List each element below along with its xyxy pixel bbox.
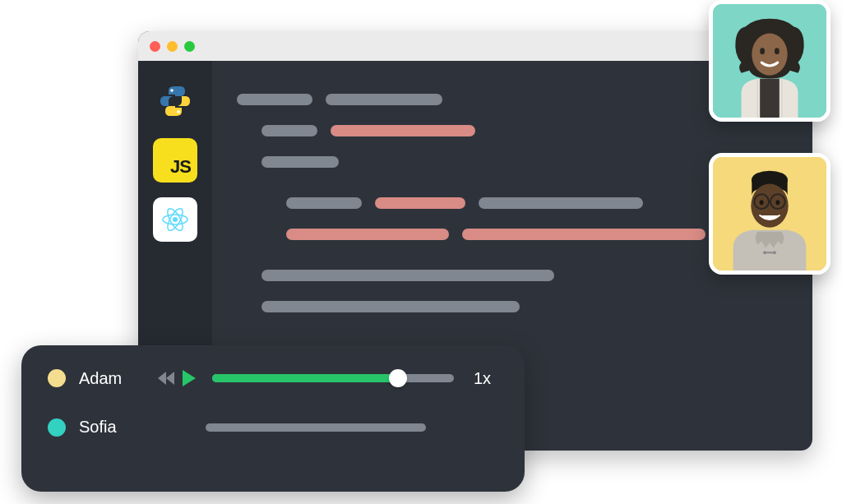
code-line: [237, 270, 788, 281]
avatar-illustration: [713, 4, 826, 118]
code-line: [237, 301, 788, 312]
playback-controls: 1x: [156, 368, 498, 388]
code-token: [261, 270, 554, 281]
svg-rect-10: [760, 79, 780, 118]
svg-point-7: [752, 33, 787, 75]
user-name-label: Sofia: [79, 418, 143, 437]
user-name-label: Adam: [79, 369, 143, 388]
react-icon[interactable]: [153, 197, 197, 242]
code-line: [237, 156, 788, 168]
code-token: [331, 125, 475, 136]
code-token: [261, 301, 520, 312]
svg-point-0: [170, 89, 173, 92]
minimize-button[interactable]: [167, 41, 178, 52]
code-token: [375, 197, 465, 209]
code-line: [237, 197, 788, 209]
progress-slider[interactable]: [212, 374, 454, 382]
user-color-dot: [48, 369, 66, 387]
play-button[interactable]: [181, 368, 197, 388]
code-token: [286, 197, 362, 209]
participant-video-2[interactable]: [709, 153, 830, 275]
code-token: [479, 197, 643, 209]
close-button[interactable]: [150, 41, 160, 52]
code-token: [326, 94, 442, 105]
code-line: [237, 125, 788, 136]
progress-fill: [212, 374, 398, 382]
code-line: [237, 94, 788, 105]
svg-point-16: [760, 200, 764, 205]
svg-point-18: [763, 251, 766, 254]
user-color-dot: [48, 418, 66, 437]
progress-thumb[interactable]: [389, 369, 407, 387]
participant-video-1[interactable]: [709, 0, 830, 122]
svg-point-1: [177, 110, 180, 113]
code-token: [261, 156, 339, 168]
speed-label[interactable]: 1x: [474, 369, 498, 388]
svg-point-17: [775, 200, 780, 205]
rewind-button[interactable]: [156, 370, 176, 386]
track-row: Sofia: [48, 418, 498, 437]
svg-point-12: [751, 184, 788, 228]
svg-point-19: [773, 251, 776, 254]
track-row: Adam 1x: [48, 368, 498, 388]
code-token: [286, 229, 449, 240]
svg-point-2: [173, 217, 178, 222]
svg-point-8: [760, 48, 765, 54]
avatar-illustration: [713, 157, 826, 270]
svg-point-9: [775, 48, 780, 54]
js-label: JS: [170, 156, 191, 178]
inactive-track-bar[interactable]: [206, 423, 426, 432]
code-token: [237, 94, 312, 105]
python-icon[interactable]: [153, 79, 197, 123]
playback-panel: Adam 1x Sofia: [21, 345, 525, 492]
code-token: [462, 229, 706, 240]
javascript-icon[interactable]: JS: [153, 138, 197, 183]
code-line: [237, 229, 788, 240]
code-token: [261, 125, 317, 136]
maximize-button[interactable]: [184, 41, 195, 52]
